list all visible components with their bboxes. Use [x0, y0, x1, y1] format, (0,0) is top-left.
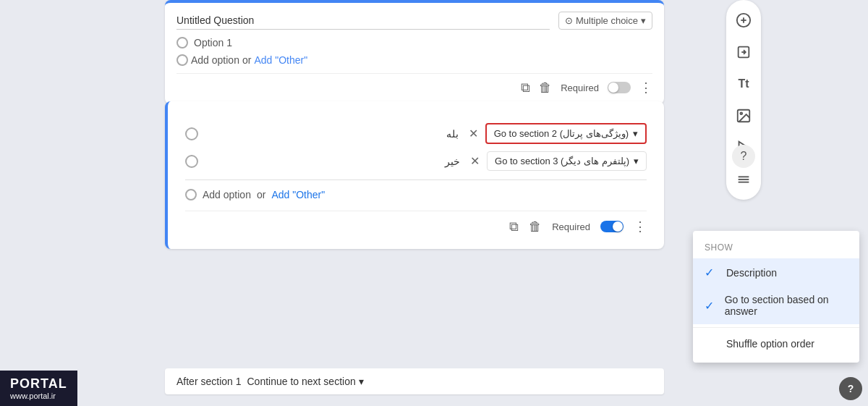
- answer-row-2: خیر ✕ Go to section 3 (پلتفرم های دیگر) …: [185, 151, 647, 171]
- add-other-link2[interactable]: Add "Other": [271, 189, 325, 200]
- description-label: Description: [726, 267, 777, 279]
- add-radio-circle2: [185, 189, 197, 200]
- top-card-footer: ⧉ 🗑 Required ⋮: [176, 73, 652, 96]
- toggle-thumb-2: [613, 221, 623, 232]
- chevron-down-icon: ▾: [641, 15, 646, 26]
- svg-point-6: [740, 112, 742, 114]
- delete-icon[interactable]: 🗑: [539, 80, 552, 96]
- go-to-section-menu-item[interactable]: ✓ Go to section based on answer: [693, 287, 859, 324]
- remove-btn-1[interactable]: ✕: [464, 125, 482, 142]
- add-option-text[interactable]: Add option: [191, 54, 239, 66]
- section-selector-1: ✕ Go to section 2 (ویژگی‌های پرتال) ▾: [464, 123, 647, 144]
- main-area: ⊙ Multiple choice ▾ Option 1 Add option …: [0, 0, 868, 406]
- shuffle-label: Shuffle option order: [726, 338, 814, 350]
- answer-text-2: خیر: [204, 156, 460, 167]
- answer-radio-2: [185, 155, 198, 168]
- radio-circle: [176, 37, 188, 48]
- section-selector-2: ✕ Go to section 3 (پلتفرم های دیگر) ▾: [466, 151, 647, 171]
- toggle-track[interactable]: [608, 82, 631, 93]
- question-input[interactable]: [176, 12, 550, 30]
- section-dropdown-1[interactable]: Go to section 2 (ویژگی‌های پرتال) ▾: [485, 123, 647, 144]
- option1-row: Option 1: [176, 37, 652, 48]
- toggle-track-2[interactable]: [600, 221, 624, 232]
- go-to-section-check-icon: ✓: [705, 299, 718, 313]
- answer-text-1: بله: [204, 128, 459, 140]
- portal-name: PORTAL: [10, 376, 67, 392]
- portal-logo: PORTAL www.portal.ir: [0, 371, 77, 406]
- help-float[interactable]: ?: [732, 145, 755, 168]
- context-menu-header: Show: [693, 237, 859, 258]
- delete-icon-2[interactable]: 🗑: [529, 219, 542, 234]
- add-option-row2: Add option or Add "Other": [185, 189, 647, 200]
- side-toolbar: Tt: [726, 0, 761, 200]
- help-button[interactable]: ?: [839, 377, 862, 400]
- copy-icon[interactable]: ⧉: [521, 80, 530, 96]
- context-menu-divider: [693, 327, 859, 328]
- question-type-select[interactable]: ⊙ Multiple choice ▾: [558, 12, 652, 30]
- tt-label: Tt: [738, 77, 749, 90]
- section-bar: After section 1 Continue to next section…: [165, 368, 664, 394]
- add-element-btn[interactable]: [729, 6, 758, 35]
- type-label: Multiple choice: [576, 15, 638, 26]
- required-label-2: Required: [552, 221, 590, 232]
- shuffle-menu-item[interactable]: Shuffle option order: [693, 331, 859, 357]
- or-text: or: [242, 54, 251, 66]
- add-other-link[interactable]: Add "Other": [254, 54, 307, 66]
- go-to-section-label: Go to section based on answer: [725, 294, 848, 317]
- image-icon[interactable]: [729, 101, 758, 130]
- chevron-down-icon-3: ▾: [359, 376, 364, 387]
- radio-icon: ⊙: [565, 15, 573, 26]
- required-toggle[interactable]: [608, 82, 631, 93]
- import-icon[interactable]: [729, 38, 758, 67]
- divider: [185, 179, 647, 180]
- or-text2: or: [257, 189, 265, 200]
- add-option-text2[interactable]: Add option: [203, 189, 251, 200]
- answer-radio-1: [185, 127, 198, 140]
- more-icon[interactable]: ⋮: [639, 80, 652, 96]
- section2-label: Go to section 3 (پلتفرم های دیگر): [495, 156, 629, 166]
- copy-icon-2[interactable]: ⧉: [509, 219, 519, 234]
- section-icon[interactable]: [729, 165, 758, 194]
- portal-url: www.portal.ir: [10, 392, 67, 400]
- answer-row-1: بله ✕ Go to section 2 (ویژگی‌های پرتال) …: [185, 123, 647, 144]
- description-check-icon: ✓: [705, 266, 719, 279]
- description-menu-item[interactable]: ✓ Description: [693, 258, 859, 287]
- main-card-footer: ⧉ 🗑 Required ⋮: [185, 211, 647, 234]
- top-form-card: ⊙ Multiple choice ▾ Option 1 Add option …: [165, 0, 664, 104]
- section-dropdown-2[interactable]: Go to section 3 (پلتفرم های دیگر) ▾: [487, 151, 647, 171]
- chevron-down-icon-2: ▾: [634, 156, 639, 166]
- required-toggle-2[interactable]: [600, 221, 624, 232]
- more-icon-2[interactable]: ⋮: [634, 219, 647, 234]
- continue-label: Continue to next section: [247, 376, 356, 387]
- option1-text: Option 1: [194, 37, 232, 48]
- section1-label: Go to section 2 (ویژگی‌های پرتال): [494, 128, 629, 139]
- toggle-thumb: [608, 83, 618, 93]
- context-menu: Show ✓ Description ✓ Go to section based…: [693, 231, 859, 363]
- text-icon[interactable]: Tt: [729, 69, 758, 98]
- chevron-down-icon-1: ▾: [633, 128, 638, 139]
- add-option-row: Add option or Add "Other": [176, 54, 652, 66]
- add-radio-circle: [176, 54, 188, 66]
- question-header: ⊙ Multiple choice ▾: [176, 12, 652, 30]
- remove-btn-2[interactable]: ✕: [466, 153, 484, 169]
- after-section-label: After section 1: [176, 376, 242, 387]
- continue-dropdown[interactable]: Continue to next section ▾: [247, 376, 364, 387]
- main-form-card: بله ✕ Go to section 2 (ویژگی‌های پرتال) …: [165, 101, 664, 249]
- required-label: Required: [561, 83, 599, 93]
